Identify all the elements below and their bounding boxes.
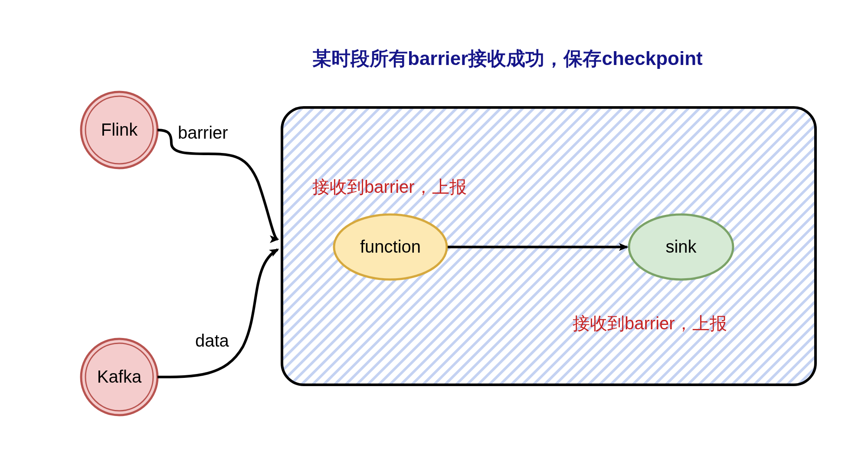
barrier-edge-label: barrier — [178, 123, 228, 142]
function-note: 接收到barrier，上报 — [312, 177, 467, 196]
sink-node: sink — [629, 214, 733, 280]
data-edge-label: data — [195, 331, 229, 350]
data-edge: data — [157, 250, 278, 377]
sink-label: sink — [665, 237, 697, 256]
flink-node: Flink — [81, 92, 157, 168]
function-node: function — [334, 214, 447, 280]
sink-note: 接收到barrier，上报 — [573, 314, 727, 333]
barrier-edge: barrier — [157, 123, 278, 239]
flink-label: Flink — [101, 120, 138, 139]
diagram-title: 某时段所有barrier接收成功，保存checkpoint — [312, 48, 703, 69]
function-label: function — [360, 237, 421, 256]
kafka-node: Kafka — [81, 339, 157, 415]
kafka-label: Kafka — [97, 367, 142, 386]
